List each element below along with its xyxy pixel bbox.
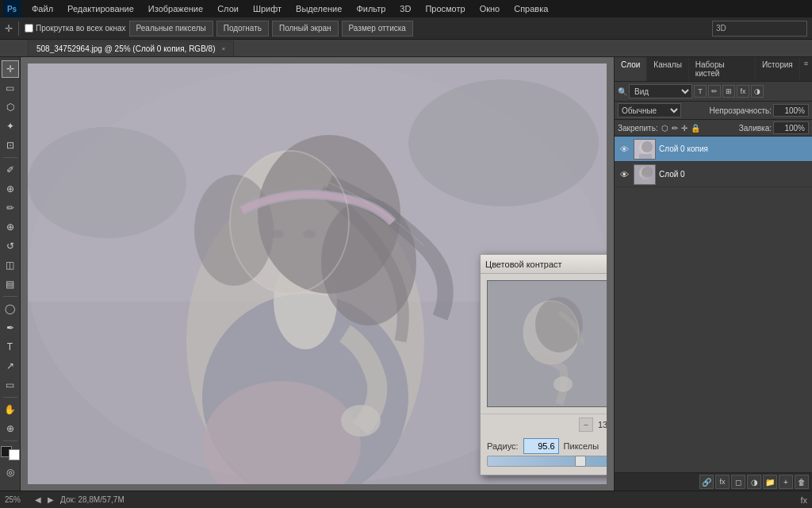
high-pass-dialog[interactable]: Цветовой контраст ✕ xyxy=(480,254,607,475)
fill-label: Заливка: xyxy=(739,124,772,133)
print-size-button[interactable]: Размер оттиска xyxy=(342,21,413,37)
menu-3d[interactable]: 3D xyxy=(393,2,417,15)
zoom-out-button[interactable]: – xyxy=(579,418,593,432)
tool-select-rect[interactable]: ▭ xyxy=(2,79,19,97)
toolbar-divider-1 xyxy=(18,21,19,36)
tool-quick-select[interactable]: ✦ xyxy=(2,117,19,135)
background-color[interactable] xyxy=(9,449,20,460)
layer-adjustment-button[interactable]: ◑ xyxy=(747,475,761,489)
layer-name-0: Слой 0 xyxy=(659,170,809,179)
tool-brush[interactable]: ✏ xyxy=(2,199,19,217)
lock-label: Закрепить: xyxy=(618,124,658,133)
blend-mode-select[interactable]: Обычные xyxy=(618,103,681,117)
menu-filter[interactable]: Фильтр xyxy=(350,2,392,15)
svg-point-13 xyxy=(194,175,274,286)
layer-mask-button[interactable]: ◻ xyxy=(731,475,745,489)
tool-path-select[interactable]: ↗ xyxy=(2,357,19,375)
tool-crop[interactable]: ⊡ xyxy=(2,137,19,154)
tool-zoom[interactable]: ⊕ xyxy=(2,420,19,437)
tool-lasso[interactable]: ⬡ xyxy=(2,98,19,116)
toolbox: ✛ ▭ ⬡ ✦ ⊡ ✐ ⊕ ✏ ⊕ ↺ ◫ ▤ ◯ ✒ T ↗ ▭ ✋ ⊕ ◎ xyxy=(0,57,21,491)
search-icon: 🔍 xyxy=(618,87,627,96)
radius-label: Радиус: xyxy=(487,441,519,451)
delete-layer-button[interactable]: 🗑 xyxy=(795,475,809,489)
fit-button[interactable]: Подогнать xyxy=(216,21,269,37)
layer-item-copy[interactable]: 👁 Слой 0 копия xyxy=(615,137,812,162)
svg-point-31 xyxy=(640,175,651,185)
actual-pixels-button[interactable]: Реальные пикселы xyxy=(129,21,213,37)
icon-brush-filter: ✏ xyxy=(708,85,721,98)
panel-menu-button[interactable]: ≡ xyxy=(800,57,812,70)
fill-row: Заливка: 100% xyxy=(739,121,809,134)
tool-dodge[interactable]: ◯ xyxy=(2,300,19,318)
lock-position-icon[interactable]: ✏ xyxy=(672,124,678,133)
canvas-area[interactable]: Цветовой контраст ✕ xyxy=(21,57,614,491)
svg-point-15 xyxy=(303,230,316,238)
menu-type[interactable]: Шрифт xyxy=(247,2,288,15)
dialog-preview[interactable] xyxy=(487,280,607,407)
layer-item-0[interactable]: 👁 Слой 0 xyxy=(615,162,812,187)
status-nav-next[interactable]: ▶ xyxy=(48,495,54,504)
opacity-value[interactable]: 100% xyxy=(773,104,809,117)
svg-point-26 xyxy=(642,141,653,152)
new-layer-button[interactable]: + xyxy=(779,475,793,489)
tool-quick-mask[interactable]: ◎ xyxy=(2,464,19,481)
color-chips xyxy=(1,446,20,460)
document-tab[interactable]: 508_34752964.jpg @ 25% (Слой 0 копия, RG… xyxy=(28,40,234,56)
tab-layers[interactable]: Слои xyxy=(615,57,647,81)
fill-value[interactable]: 100% xyxy=(773,121,809,134)
lock-row: Закрепить: ⬡ ✏ ✛ 🔒 Заливка: 100% xyxy=(615,120,812,137)
tool-eyedropper[interactable]: ✐ xyxy=(2,161,19,179)
layers-list: 👁 Слой 0 копия 👁 xyxy=(615,137,812,472)
svg-point-16 xyxy=(341,405,381,437)
dialog-titlebar: Цветовой контраст ✕ xyxy=(481,255,607,274)
menu-edit[interactable]: Редактирование xyxy=(61,2,140,15)
tool-spot-heal[interactable]: ⊕ xyxy=(2,180,19,198)
radius-slider-row xyxy=(481,456,607,475)
lock-all-icon[interactable]: 🔒 xyxy=(691,124,700,133)
tool-hand[interactable]: ✋ xyxy=(2,401,19,418)
preview-svg xyxy=(488,281,607,407)
tab-history[interactable]: История xyxy=(756,57,800,81)
lock-pixels-icon[interactable]: ⬡ xyxy=(661,124,668,133)
tool-eraser[interactable]: ◫ xyxy=(2,256,19,274)
radius-slider[interactable] xyxy=(487,456,607,467)
menu-select[interactable]: Выделение xyxy=(289,2,348,15)
lock-move-icon[interactable]: ✛ xyxy=(681,124,688,133)
tool-gradient[interactable]: ▤ xyxy=(2,275,19,293)
svg-point-23 xyxy=(553,376,573,392)
status-right: fx xyxy=(800,495,807,505)
menu-file[interactable]: Файл xyxy=(25,2,59,15)
layer-type-filter[interactable]: Вид xyxy=(629,84,692,98)
icon-effects-filter: fx xyxy=(737,85,749,98)
panel-tabs: Слои Каналы Наборы кистей История ≡ xyxy=(615,57,812,82)
tab-channels[interactable]: Каналы xyxy=(647,57,689,81)
scroll-all-checkbox-label[interactable]: Прокрутка во всех окнах xyxy=(25,24,126,33)
menu-layers[interactable]: Слои xyxy=(211,2,245,15)
tool-type[interactable]: T xyxy=(2,338,19,356)
menu-view[interactable]: Просмотр xyxy=(419,2,471,15)
tool-pen[interactable]: ✒ xyxy=(2,319,19,337)
layer-link-button[interactable]: 🔗 xyxy=(699,475,714,489)
radius-input[interactable] xyxy=(523,438,559,454)
status-nav-prev[interactable]: ◀ xyxy=(35,495,41,504)
menu-help[interactable]: Справка xyxy=(508,2,554,15)
tool-shape[interactable]: ▭ xyxy=(2,376,19,394)
menu-window[interactable]: Окно xyxy=(473,2,507,15)
tab-brushes[interactable]: Наборы кистей xyxy=(689,57,756,81)
scroll-all-label: Прокрутка во всех окнах xyxy=(36,24,126,33)
tool-separator-1 xyxy=(3,157,17,158)
tool-stamp[interactable]: ⊕ xyxy=(2,218,19,236)
3d-area: 3D xyxy=(712,21,807,37)
layer-visibility-0[interactable]: 👁 xyxy=(618,168,630,181)
menu-bar: Ps Файл Редактирование Изображение Слои … xyxy=(0,0,812,17)
tool-history-brush[interactable]: ↺ xyxy=(2,237,19,255)
scroll-all-checkbox[interactable] xyxy=(25,24,33,33)
layer-effects-button[interactable]: fx xyxy=(715,475,730,489)
layer-visibility-copy[interactable]: 👁 xyxy=(618,143,630,156)
full-screen-button[interactable]: Полный экран xyxy=(272,21,339,37)
layer-group-button[interactable]: 📁 xyxy=(763,475,777,489)
tab-close-button[interactable]: × xyxy=(222,45,226,52)
tool-move[interactable]: ✛ xyxy=(2,60,19,78)
menu-image[interactable]: Изображение xyxy=(142,2,209,15)
